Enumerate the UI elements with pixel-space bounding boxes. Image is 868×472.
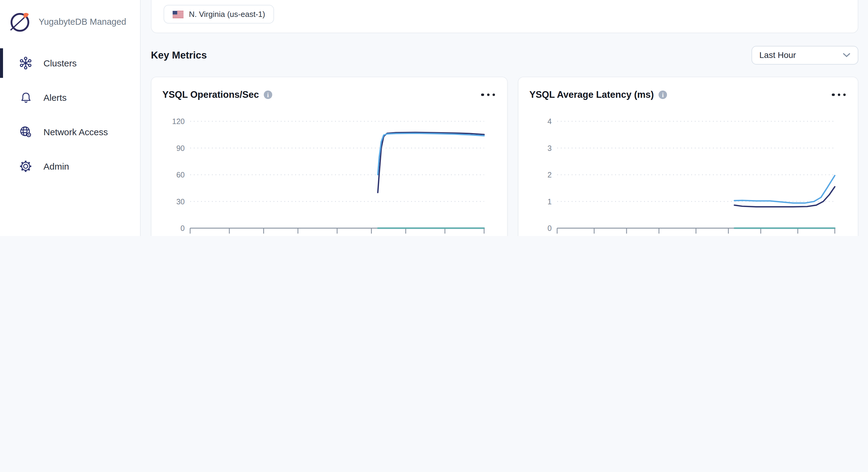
svg-text:120: 120: [172, 117, 185, 126]
ellipsis-menu-icon[interactable]: [831, 91, 847, 98]
chart-plot[interactable]: 0123415:5416:0216:0916:1616:2416:3116:38…: [529, 107, 847, 236]
svg-text:16:02: 16:02: [219, 235, 239, 236]
page-title: Key Metrics: [151, 49, 207, 61]
bell-icon: [19, 91, 33, 104]
app-window: YugabyteDB Managed Clusters: [0, 0, 868, 236]
time-range-select[interactable]: Last Hour: [751, 45, 858, 64]
svg-text:16:31: 16:31: [719, 235, 738, 236]
svg-text:4: 4: [548, 117, 552, 126]
sidebar: YugabyteDB Managed Clusters: [0, 0, 141, 236]
svg-text:16:24: 16:24: [686, 235, 706, 236]
svg-text:16:46: 16:46: [788, 235, 808, 236]
sidebar-item-label: Admin: [43, 161, 69, 171]
sidebar-item-label: Clusters: [43, 58, 77, 68]
svg-text:0: 0: [181, 224, 185, 232]
brand-label: YugabyteDB Managed: [39, 17, 126, 27]
top-bar-card: N. Virginia (us-east-1): [151, 0, 858, 33]
sidebar-item-label: Network Access: [43, 127, 108, 137]
region-label: N. Virginia (us-east-1): [189, 10, 265, 19]
globe-gear-icon: [19, 125, 33, 139]
us-flag-icon: [173, 10, 184, 18]
sidebar-item-label: Alerts: [43, 92, 67, 103]
svg-text:3: 3: [548, 144, 552, 152]
gear-icon: [19, 159, 33, 173]
svg-text:16:24: 16:24: [327, 235, 347, 236]
region-selector[interactable]: N. Virginia (us-east-1): [163, 5, 274, 24]
svg-text:16:38: 16:38: [396, 235, 415, 236]
svg-text:15:54: 15:54: [547, 235, 567, 236]
chart-title-text: YSQL Average Latency (ms): [529, 89, 654, 100]
brand[interactable]: YugabyteDB Managed: [0, 0, 140, 40]
cluster-icon: [19, 56, 33, 70]
svg-text:15:54: 15:54: [180, 235, 200, 236]
svg-text:0: 0: [548, 224, 552, 232]
ellipsis-menu-icon[interactable]: [480, 91, 496, 98]
chart-card-ysql-operations: YSQL Operations/Sec i 030609012015:5416:…: [151, 77, 508, 236]
sidebar-item-network-access[interactable]: Network Access: [0, 115, 140, 149]
svg-text:16:46: 16:46: [435, 235, 455, 236]
chart-card-ysql-latency: YSQL Average Latency (ms) i 0123415:5416…: [518, 77, 858, 236]
yugabytedb-logo-icon: [8, 10, 32, 34]
info-icon[interactable]: i: [264, 91, 272, 99]
chevron-down-icon: [843, 53, 850, 57]
charts-grid: YSQL Operations/Sec i 030609012015:5416:…: [151, 77, 858, 236]
svg-text:60: 60: [176, 170, 185, 179]
svg-text:16:02: 16:02: [584, 235, 604, 236]
svg-text:16:54: 16:54: [474, 235, 494, 236]
svg-text:2: 2: [548, 170, 552, 179]
chart-header: YSQL Average Latency (ms) i: [529, 82, 847, 107]
chart-header: YSQL Operations/Sec i: [162, 82, 496, 107]
chart-title: YSQL Operations/Sec i: [162, 89, 272, 100]
sidebar-item-alerts[interactable]: Alerts: [0, 80, 140, 115]
svg-text:16:09: 16:09: [617, 235, 636, 236]
svg-text:1: 1: [548, 197, 552, 206]
time-range-value: Last Hour: [760, 50, 796, 60]
sidebar-item-clusters[interactable]: Clusters: [0, 46, 140, 80]
svg-text:16:31: 16:31: [362, 235, 381, 236]
svg-text:16:16: 16:16: [649, 235, 669, 236]
svg-text:16:54: 16:54: [825, 235, 844, 236]
svg-text:30: 30: [176, 197, 185, 206]
sidebar-nav: Clusters Alerts: [0, 46, 140, 184]
chart-title: YSQL Average Latency (ms) i: [529, 89, 667, 100]
svg-text:16:16: 16:16: [288, 235, 308, 236]
metrics-header-row: Key Metrics Last Hour: [151, 45, 858, 65]
info-icon[interactable]: i: [658, 91, 667, 99]
chart-plot[interactable]: 030609012015:5416:0216:0916:1616:2416:31…: [162, 107, 496, 236]
svg-text:16:09: 16:09: [254, 235, 273, 236]
svg-text:16:38: 16:38: [751, 235, 771, 236]
chart-title-text: YSQL Operations/Sec: [162, 89, 259, 100]
main-content: N. Virginia (us-east-1) Key Metrics Last…: [140, 0, 868, 236]
svg-text:90: 90: [176, 144, 185, 152]
sidebar-item-admin[interactable]: Admin: [0, 149, 140, 184]
